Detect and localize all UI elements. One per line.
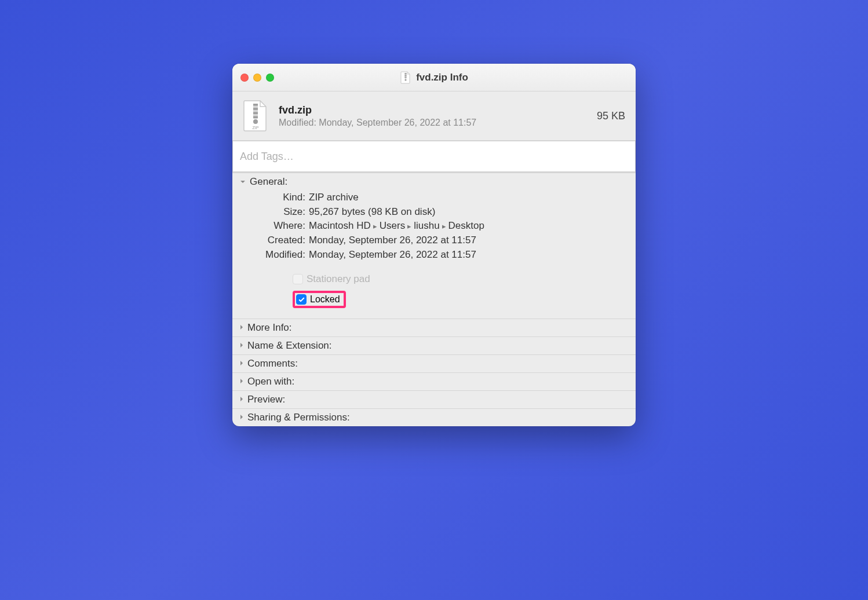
path-part: liushu — [414, 220, 439, 231]
open-with-label: Open with: — [247, 376, 294, 387]
tags-section — [232, 141, 636, 173]
locked-checkbox[interactable] — [296, 294, 307, 305]
general-title: General: — [250, 176, 287, 188]
stationery-pad-label: Stationery pad — [307, 273, 370, 285]
sharing-permissions-label: Sharing & Permissions: — [247, 412, 350, 423]
svg-rect-2 — [405, 75, 407, 76]
locked-label: Locked — [310, 294, 340, 305]
file-size-summary: 95 KB — [597, 110, 625, 122]
comments-disclosure[interactable]: Comments: — [232, 354, 636, 372]
comments-label: Comments: — [247, 358, 298, 369]
general-section: General: Kind: ZIP archive Size: 95,267 … — [232, 173, 636, 319]
created-value: Monday, September 26, 2022 at 11:57 — [309, 233, 625, 248]
general-disclosure[interactable]: General: — [232, 173, 636, 191]
stationery-pad-row: Stationery pad — [293, 273, 625, 285]
chevron-down-icon — [238, 177, 247, 186]
stationery-pad-checkbox — [293, 274, 303, 284]
path-separator-icon: ▸ — [373, 222, 377, 231]
minimize-button[interactable] — [253, 74, 261, 82]
svg-rect-0 — [405, 73, 407, 79]
chevron-right-icon — [238, 376, 245, 387]
svg-rect-3 — [405, 76, 407, 78]
svg-text:ZIP: ZIP — [253, 126, 259, 130]
path-separator-icon: ▸ — [407, 222, 411, 231]
chevron-right-icon — [238, 412, 245, 423]
close-button[interactable] — [240, 74, 249, 82]
modified-label: Modified: — [243, 248, 305, 262]
zip-file-icon — [400, 71, 411, 84]
window-controls — [240, 74, 274, 82]
size-value: 95,267 bytes (98 KB on disk) — [309, 205, 625, 219]
kind-value: ZIP archive — [309, 191, 625, 205]
path-part: Macintosh HD — [309, 220, 371, 231]
svg-rect-9 — [253, 116, 258, 119]
file-name: fvd.zip — [279, 104, 589, 116]
open-with-disclosure[interactable]: Open with: — [232, 372, 636, 390]
svg-point-10 — [253, 119, 258, 124]
sharing-permissions-disclosure[interactable]: Sharing & Permissions: — [232, 408, 636, 426]
svg-rect-8 — [253, 112, 258, 114]
name-extension-label: Name & Extension: — [247, 340, 332, 352]
where-label: Where: — [243, 219, 305, 233]
chevron-right-icon — [238, 322, 245, 334]
file-summary: ZIP fvd.zip Modified: Monday, September … — [232, 92, 636, 141]
more-info-disclosure[interactable]: More Info: — [232, 319, 636, 336]
path-separator-icon: ▸ — [442, 222, 446, 231]
chevron-right-icon — [238, 358, 245, 369]
preview-label: Preview: — [247, 394, 285, 405]
zip-file-icon: ZIP — [240, 100, 271, 132]
svg-rect-7 — [253, 108, 258, 110]
svg-rect-1 — [405, 73, 407, 74]
file-modified-summary: Modified: Monday, September 26, 2022 at … — [279, 118, 589, 128]
window-title: fvd.zip Info — [416, 72, 468, 83]
modified-value: Monday, September 26, 2022 at 11:57 — [309, 248, 625, 262]
kind-label: Kind: — [243, 191, 305, 205]
size-label: Size: — [243, 205, 305, 219]
info-window: fvd.zip Info ZIP fvd.zip Modified: Monda… — [232, 64, 636, 426]
path-part: Users — [380, 220, 405, 231]
preview-disclosure[interactable]: Preview: — [232, 390, 636, 408]
svg-point-4 — [405, 79, 407, 81]
chevron-right-icon — [238, 340, 245, 352]
where-value: Macintosh HD▸Users▸liushu▸Desktop — [309, 219, 625, 233]
zoom-button[interactable] — [266, 74, 274, 82]
created-label: Created: — [243, 233, 305, 248]
path-part: Desktop — [448, 220, 484, 231]
titlebar[interactable]: fvd.zip Info — [232, 64, 636, 92]
more-info-label: More Info: — [247, 322, 292, 334]
locked-highlight: Locked — [293, 291, 346, 308]
svg-rect-6 — [253, 104, 258, 106]
tags-input[interactable] — [232, 141, 636, 172]
chevron-right-icon — [238, 394, 245, 405]
name-extension-disclosure[interactable]: Name & Extension: — [232, 336, 636, 354]
